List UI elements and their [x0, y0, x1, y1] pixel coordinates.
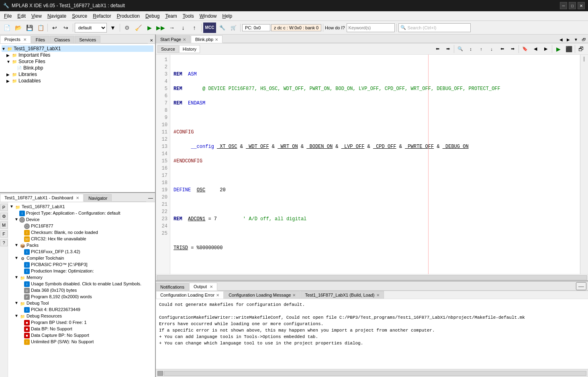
subtab-config-msg[interactable]: Configuration Loading Message ✕	[224, 291, 300, 299]
minimize-button[interactable]: ─	[560, 2, 567, 9]
undo-button[interactable]: ↩	[49, 23, 60, 33]
editor-tb-1[interactable]: ⬅	[432, 44, 443, 54]
step-in-button[interactable]: ↓	[178, 23, 188, 33]
output-close[interactable]: ✕	[210, 285, 213, 289]
clean-button[interactable]: 🧹	[133, 23, 143, 33]
tab-blinkpbp[interactable]: Blink.pbp ✕	[191, 35, 223, 43]
output-scrollbar-h[interactable]	[164, 371, 586, 376]
nav-icon-2[interactable]: ⚙	[0, 213, 8, 220]
dash-pic16f877[interactable]: ⬡ PIC16F877	[10, 223, 153, 229]
tree-item-loadables[interactable]: ▶ 📁 Loadables	[2, 78, 153, 84]
config-dropdown-btn[interactable]: ▼	[108, 23, 118, 33]
editor-tb-9[interactable]: 🔖	[520, 44, 530, 54]
menu-debug[interactable]: Debug	[143, 12, 162, 20]
cart-button[interactable]: 🛒	[228, 23, 239, 33]
menu-file[interactable]: File	[2, 12, 14, 20]
menu-edit[interactable]: Edit	[15, 12, 28, 20]
editor-restore[interactable]: 🗗	[580, 37, 588, 43]
howdoi-input[interactable]	[347, 23, 395, 32]
menu-view[interactable]: View	[29, 12, 44, 20]
left-panel-close[interactable]: ✕	[148, 37, 155, 43]
nav-icon-1[interactable]: P	[0, 204, 8, 211]
editor-tb-11[interactable]: ▶	[541, 44, 551, 54]
subtab-config-error-close[interactable]: ✕	[216, 293, 219, 297]
source-tab[interactable]: Source	[157, 45, 179, 53]
nav-icon-4[interactable]: F	[0, 230, 8, 238]
tree-item-source[interactable]: ▼ 📁 Source Files	[2, 58, 153, 65]
subtab-build-close[interactable]: ✕	[376, 293, 380, 297]
save-all-button[interactable]: 📋	[35, 23, 46, 33]
dash-device-group[interactable]: ▼ ⬡ Device	[10, 217, 153, 223]
dash-pack-version[interactable]: i PIC16Fxxx_DFP (1.3.42)	[10, 249, 153, 255]
debug-button[interactable]: ▶▶	[155, 23, 166, 33]
editor-tb-10[interactable]: ◀	[530, 44, 541, 54]
tab-navigator[interactable]: Navigator	[84, 194, 112, 202]
dash-compiler[interactable]: ▼ ⚙ Compiler Toolchain	[10, 255, 153, 262]
save-button[interactable]: 💾	[24, 23, 35, 33]
blinkpbp-close[interactable]: ✕	[215, 37, 218, 42]
dash-debug-tool[interactable]: ▼ 📁 Debug Tool	[10, 300, 153, 307]
editor-tb-4[interactable]: ↕	[466, 44, 476, 54]
menu-source[interactable]: Source	[69, 12, 90, 20]
startpage-close[interactable]: ✕	[183, 37, 186, 42]
editor-scroll-bottom[interactable]	[156, 274, 588, 281]
editor-nav-left[interactable]: ◀	[557, 37, 565, 43]
tab-services[interactable]: Services	[75, 36, 100, 43]
editor-maximize[interactable]: 🗗	[576, 44, 586, 54]
editor-tb-6[interactable]: ↓	[486, 44, 497, 54]
editor-nav-right[interactable]: ▶	[565, 37, 572, 43]
dash-datacap[interactable]: ■ Data Capture BP: No Support	[10, 332, 153, 339]
menu-help[interactable]: Help	[220, 12, 235, 20]
tree-item-libraries[interactable]: ▶ 📁 Libraries	[2, 71, 153, 78]
editor-tabs-menu[interactable]: ▼	[572, 37, 580, 43]
dash-databp[interactable]: ■ Data BP: No Support	[10, 326, 153, 332]
dash-packs[interactable]: ▼ 📦 Packs	[10, 242, 153, 249]
dash-prodimg[interactable]: i Production Image: Optimization:	[10, 268, 153, 275]
editor-tb-2[interactable]: ➡	[443, 44, 453, 54]
dash-checksum[interactable]: ! Checksum: Blank, no code loaded	[10, 229, 153, 236]
bottom-left-close[interactable]: —	[146, 195, 155, 202]
dash-usage[interactable]: i Usage Symbols disabled. Click to enabl…	[10, 281, 153, 287]
editor-scrollbar-h[interactable]	[157, 275, 587, 280]
tab-projects[interactable]: Projects ✕	[0, 35, 31, 43]
dash-data[interactable]: D Data 368 (0x170) bytes	[10, 287, 153, 294]
tool2-button[interactable]: 🔧	[217, 23, 227, 33]
run-button[interactable]: ▶	[144, 23, 155, 33]
editor-tb-3[interactable]: 🔍	[455, 44, 466, 54]
redo-button[interactable]: ↪	[61, 23, 71, 33]
menu-team[interactable]: Team	[163, 12, 179, 20]
menu-navigate[interactable]: Navigate	[45, 12, 69, 20]
dash-crc32[interactable]: 32 CRC32: Hex file unavailable	[10, 236, 153, 242]
tab-startpage[interactable]: Start Page ✕	[156, 35, 190, 43]
close-button[interactable]: ✕	[578, 2, 585, 9]
tree-item-blink[interactable]: 📄 Blink.pbp	[2, 65, 153, 71]
mcc-button[interactable]: MCC	[203, 23, 216, 33]
maximize-button[interactable]: □	[569, 2, 576, 9]
editor-tb-stop[interactable]: ⬛	[564, 44, 574, 54]
build-project-button[interactable]: ⚙	[122, 23, 132, 33]
step-out-button[interactable]: ↑	[189, 23, 200, 33]
configuration-dropdown[interactable]: default	[75, 23, 107, 33]
tab-notifications[interactable]: Notifications	[156, 283, 189, 291]
code-content[interactable]: REM ASM REM @ DEVICE PIC16F877, HS_OSC, …	[170, 55, 580, 274]
editor-tb-7[interactable]: ⬅	[497, 44, 507, 54]
editor-tb-start[interactable]: ▶	[553, 44, 564, 54]
editor-tb-8[interactable]: ➡	[507, 44, 518, 54]
scroll-thumb-h[interactable]	[157, 371, 163, 376]
step-over-button[interactable]: →	[167, 23, 177, 33]
menu-refactor[interactable]: Refactor	[90, 12, 113, 20]
menu-production[interactable]: Production	[114, 12, 142, 20]
dash-pickit4[interactable]: i PICkit 4: BUR223673449	[10, 307, 153, 313]
subtab-config-error[interactable]: Configuration Loading Error ✕	[156, 291, 224, 299]
dash-projtype[interactable]: i Project Type: Application - Configurat…	[10, 210, 153, 217]
subtab-config-msg-close[interactable]: ✕	[292, 293, 296, 297]
dashboard-tab-close[interactable]: ✕	[76, 196, 79, 200]
dash-debug-res[interactable]: ▼ 📁 Debug Resources	[10, 313, 153, 320]
editor-tb-5[interactable]: ↑	[476, 44, 486, 54]
tab-dashboard[interactable]: Test1_16F877_LabX1 - Dashboard ✕	[0, 194, 84, 202]
nav-icon-5[interactable]: ?	[0, 239, 8, 246]
tab-output[interactable]: Output ✕	[189, 283, 217, 291]
new-button[interactable]: 📄	[2, 23, 12, 33]
dash-program[interactable]: P Program 8,192 (0x2000) words	[10, 294, 153, 300]
output-minimize[interactable]: —	[576, 282, 586, 290]
